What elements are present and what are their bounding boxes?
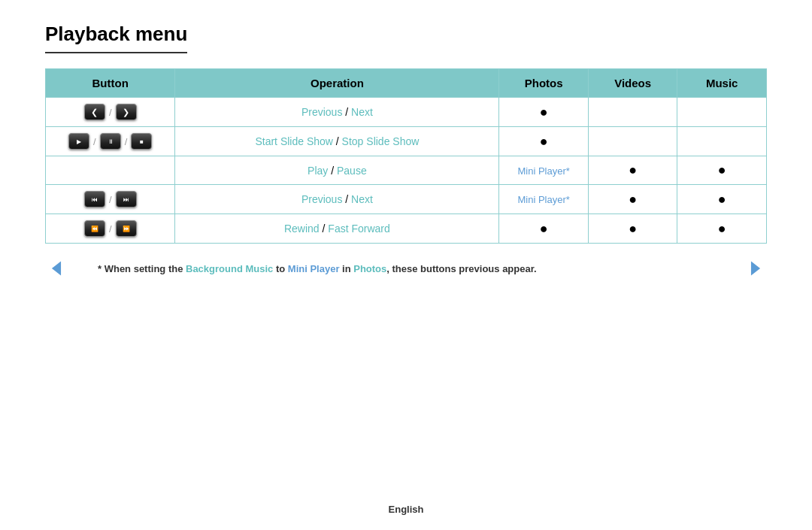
photos-cell: ● [499, 214, 589, 244]
mini-player-label: Mini Player* [517, 165, 569, 177]
photos-cell: ● [499, 98, 589, 127]
op-previous: Previous [301, 106, 342, 118]
prev-button[interactable]: ❮ [84, 104, 105, 120]
table-header-row: Button Operation Photos Videos Music [46, 69, 767, 98]
col-photos: Photos [499, 69, 589, 98]
stop-button[interactable]: ■ [131, 133, 152, 150]
table-row: ▶ / ⏸ / ■ Start Slide Show / Stop Slide … [46, 127, 767, 156]
op-next-track: Next [351, 193, 373, 205]
pause-button[interactable]: ⏸ [100, 133, 121, 150]
music-cell [677, 98, 767, 127]
op-rewind: Rewind [284, 223, 320, 235]
operation-cell: Rewind / Fast Forward [175, 214, 499, 244]
table-row: ⏪ / ⏩ Rewind / Fast Forward ● ● ● [46, 214, 767, 244]
photos-cell: Mini Player* [499, 185, 589, 214]
operation-cell: Previous / Next [175, 98, 499, 127]
op-pause: Pause [337, 165, 367, 177]
col-videos: Videos [588, 69, 677, 98]
col-operation: Operation [175, 69, 499, 98]
next-track-button[interactable]: ⏭ [116, 191, 137, 207]
operation-cell: Previous / Next [175, 185, 499, 214]
op-play: Play [308, 165, 328, 177]
button-cell: ▶ / ⏸ / ■ [46, 127, 175, 156]
mini-player-link: Mini Player [288, 263, 340, 274]
mini-player-label: Mini Player* [517, 194, 569, 205]
prev-track-button[interactable]: ⏮ [84, 191, 105, 207]
col-music: Music [677, 69, 767, 98]
photos-link: Photos [353, 263, 386, 274]
music-cell: ● [677, 214, 767, 244]
button-group: ⏪ / ⏩ [55, 220, 165, 237]
button-cell: ⏪ / ⏩ [46, 214, 175, 244]
videos-cell [588, 127, 677, 156]
videos-cell: ● [588, 214, 677, 244]
op-next: Next [351, 106, 373, 118]
music-cell: ● [677, 185, 767, 214]
col-button: Button [46, 69, 175, 98]
op-previous-track: Previous [301, 193, 342, 205]
footnote-row: * When setting the Background Music to M… [45, 257, 767, 280]
footer: English [0, 504, 812, 515]
button-group: ❮ / ❯ [55, 104, 165, 120]
next-button[interactable]: ❯ [116, 104, 137, 120]
music-cell: ● [677, 156, 767, 185]
operation-cell: Start Slide Show / Stop Slide Show [175, 127, 499, 156]
playback-table: Button Operation Photos Videos Music ❮ /… [45, 68, 767, 244]
photos-cell: ● [499, 127, 589, 156]
svg-marker-1 [751, 261, 760, 275]
nav-next-arrow[interactable] [744, 257, 767, 280]
svg-marker-0 [52, 261, 61, 275]
operation-cell: Play / Pause [175, 156, 499, 185]
op-fast-forward: Fast Forward [328, 223, 389, 235]
music-cell [677, 127, 767, 156]
button-group: ⏮ / ⏭ [55, 191, 165, 207]
footer-language: English [389, 504, 424, 515]
button-cell: ⏮ / ⏭ [46, 185, 175, 214]
table-row: ⏮ / ⏭ Previous / Next Mini Player* ● ● [46, 185, 767, 214]
button-cell [46, 156, 175, 185]
play-button[interactable]: ▶ [68, 133, 89, 150]
page-title: Playback menu [45, 23, 187, 53]
fast-forward-button[interactable]: ⏩ [116, 220, 137, 237]
op-start-slideshow: Start Slide Show [255, 135, 333, 147]
button-group: ▶ / ⏸ / ■ [55, 133, 165, 150]
footnote-text: * When setting the Background Music to M… [68, 263, 744, 274]
table-row: Play / Pause Mini Player* ● ● [46, 156, 767, 185]
button-cell: ❮ / ❯ [46, 98, 175, 127]
rewind-button[interactable]: ⏪ [84, 220, 105, 237]
nav-prev-arrow[interactable] [45, 257, 68, 280]
videos-cell [588, 98, 677, 127]
op-stop-slideshow: Stop Slide Show [342, 135, 420, 147]
videos-cell: ● [588, 185, 677, 214]
page-container: Playback menu Button Operation Photos Vi… [0, 0, 812, 302]
table-row: ❮ / ❯ Previous / Next ● [46, 98, 767, 127]
photos-cell: Mini Player* [499, 156, 589, 185]
videos-cell: ● [588, 156, 677, 185]
bg-music-link: Background Music [186, 263, 273, 274]
